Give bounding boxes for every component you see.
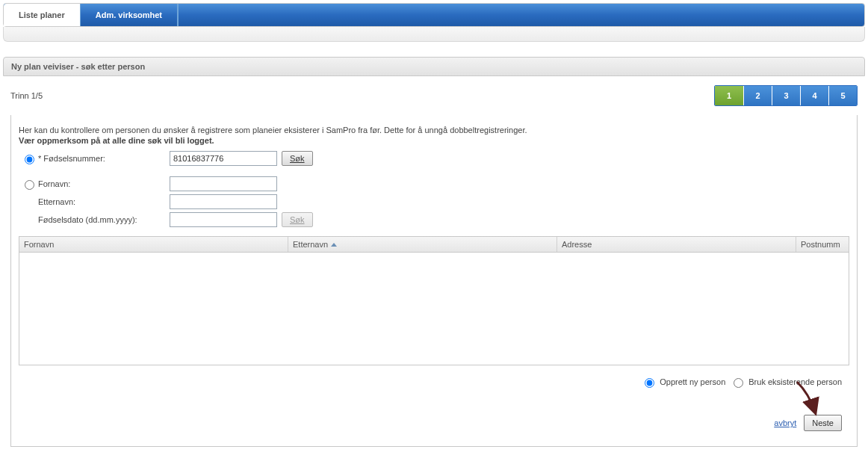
- wizard-footer: avbryt Neste: [19, 410, 849, 439]
- input-etternavn[interactable]: [170, 194, 277, 209]
- col-fornavn[interactable]: Fornavn: [19, 237, 288, 252]
- results-table: Fornavn Etternavn Adresse Postnumm: [19, 236, 849, 365]
- label-etternavn: Etternavn:: [38, 197, 170, 206]
- sort-asc-icon: [331, 243, 337, 247]
- row-etternavn: Etternavn:: [19, 194, 849, 209]
- input-fornavn[interactable]: [170, 176, 277, 191]
- toolbar-chrome: [3, 27, 865, 42]
- table-body-empty: [19, 253, 849, 365]
- tab-divider: [178, 4, 179, 26]
- intro-text: Her kan du kontrollere om personen du øn…: [19, 126, 849, 135]
- radio-opprett-ny[interactable]: [645, 378, 654, 388]
- step-row: Trinn 1/5 1 2 3 4 5: [3, 76, 865, 115]
- table-header: Fornavn Etternavn Adresse Postnumm: [19, 237, 849, 253]
- wizard-steps: 1 2 3 4 5: [714, 85, 858, 106]
- radio-name-search[interactable]: [25, 180, 34, 190]
- step-5[interactable]: 5: [828, 86, 857, 105]
- button-neste[interactable]: Neste: [804, 415, 842, 431]
- content-box: Her kan du kontrollere om personen du øn…: [10, 115, 858, 447]
- col-fornavn-label: Fornavn: [24, 240, 54, 249]
- label-fodselsnummer: * Fødselsnummer:: [38, 154, 170, 163]
- step-text: Trinn 1/5: [10, 91, 43, 100]
- button-sok-name: Søk: [282, 212, 313, 227]
- input-fodselsdato[interactable]: [170, 212, 277, 227]
- label-fodselsdato: Fødselsdato (dd.mm.yyyy):: [38, 215, 170, 224]
- row-fodselsnummer: * Fødselsnummer: Søk: [19, 151, 849, 166]
- top-tab-bar: Liste planer Adm. virksomhet: [3, 3, 865, 27]
- step-1[interactable]: 1: [715, 86, 743, 105]
- option-bruk-eksisterende[interactable]: Bruk eksisterende person: [730, 376, 842, 388]
- step-2[interactable]: 2: [743, 86, 772, 105]
- radio-fodselsnummer[interactable]: [25, 155, 34, 164]
- row-fodselsdato: Fødselsdato (dd.mm.yyyy): Søk: [19, 212, 849, 227]
- label-opprett-ny: Opprett ny person: [660, 377, 725, 386]
- tab-liste-planer[interactable]: Liste planer: [4, 4, 81, 26]
- col-postnummer-label: Postnumm: [801, 240, 840, 249]
- option-opprett-ny[interactable]: Opprett ny person: [641, 376, 725, 388]
- col-postnummer[interactable]: Postnumm: [796, 237, 849, 252]
- col-etternavn-label: Etternavn: [293, 240, 328, 249]
- panel-title: Ny plan veiviser - søk etter person: [3, 57, 865, 76]
- link-avbryt[interactable]: avbryt: [774, 418, 796, 427]
- label-bruk-eksisterende: Bruk eksisterende person: [748, 377, 842, 386]
- row-fornavn: Fornavn:: [19, 176, 849, 191]
- input-fodselsnummer[interactable]: [170, 151, 277, 166]
- person-options: Opprett ny person Bruk eksisterende pers…: [19, 365, 849, 410]
- tab-adm-virksomhet[interactable]: Adm. virksomhet: [81, 4, 178, 26]
- radio-bruk-eksisterende[interactable]: [734, 378, 743, 388]
- col-adresse-label: Adresse: [562, 240, 592, 249]
- col-adresse[interactable]: Adresse: [557, 237, 796, 252]
- wizard-panel: Ny plan veiviser - søk etter person Trin…: [3, 57, 865, 447]
- col-etternavn[interactable]: Etternavn: [288, 237, 557, 252]
- intro-warning: Vær oppmerksom på at alle dine søk vil b…: [19, 136, 849, 145]
- step-4[interactable]: 4: [800, 86, 828, 105]
- label-fornavn: Fornavn:: [38, 179, 170, 188]
- step-3[interactable]: 3: [772, 86, 800, 105]
- button-sok-fnr[interactable]: Søk: [282, 151, 313, 166]
